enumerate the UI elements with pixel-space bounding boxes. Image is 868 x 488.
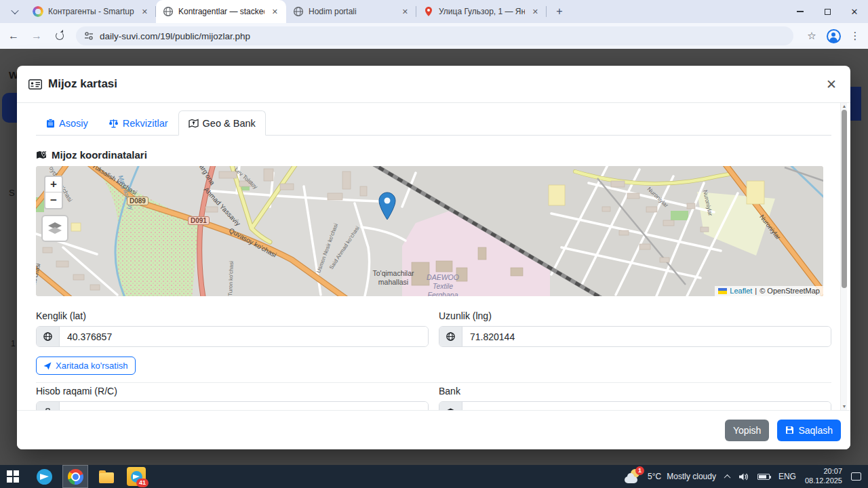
show-on-map-button[interactable]: Xaritada ko'rsatish: [36, 357, 136, 375]
tab-close-icon[interactable]: ✕: [269, 7, 281, 17]
page-number-fragment: 1: [11, 339, 16, 348]
globe-favicon: [163, 6, 174, 17]
speaker-icon[interactable]: [738, 472, 749, 481]
windows-taskbar: 41 1 5°C Mostly cloudy ENG 20:07 08.12.2…: [0, 465, 868, 488]
scroll-up-arrow[interactable]: ▲: [841, 103, 848, 110]
new-tab-button[interactable]: +: [551, 3, 568, 20]
clock-date: 08.12.2025: [805, 476, 842, 486]
bank-label: Bank: [439, 386, 831, 396]
start-button[interactable]: [0, 465, 26, 488]
taskbar-file-explorer[interactable]: [94, 465, 119, 488]
browser-tab-4[interactable]: Улица Гульзор, 1 — Яндекс Ка ✕: [416, 0, 547, 23]
browser-toolbar: ← → daily-suvi.com/19l/public/mijozlar.p…: [0, 23, 868, 49]
reload-icon: [56, 32, 64, 40]
green-patch: [671, 211, 688, 220]
road-ref-badge: D089: [127, 197, 149, 205]
address-bar[interactable]: daily-suvi.com/19l/public/mijozlar.php: [76, 26, 793, 45]
taskbar-weather[interactable]: 1 5°C Mostly cloudy: [625, 469, 716, 484]
tab-asosiy[interactable]: Asosiy: [36, 110, 98, 136]
browser-tab-2-active[interactable]: Kontragentlar — stacked moda ✕: [156, 0, 286, 23]
zoom-in-button[interactable]: +: [45, 177, 62, 192]
window-close-button[interactable]: ✕: [841, 0, 868, 23]
weather-temp: 5°C: [648, 472, 661, 481]
url-text: daily-suvi.com/19l/public/mijozlar.php: [100, 31, 250, 41]
leaflet-link[interactable]: Leaflet: [730, 287, 752, 295]
browser-menu-button[interactable]: ⋮: [846, 27, 864, 45]
tab-close-icon[interactable]: ✕: [139, 7, 151, 17]
tab-title: Контрагенты - Smartup: [48, 7, 134, 16]
bookmark-star-button[interactable]: ☆: [803, 27, 821, 45]
folder-icon: [99, 472, 114, 483]
lat-label: Kenglik (lat): [36, 310, 429, 321]
modal-close-button[interactable]: ✕: [826, 78, 837, 91]
modal-header: Mijoz kartasi ✕: [17, 66, 850, 103]
account-input[interactable]: [60, 402, 428, 410]
osm-link[interactable]: © OpenStreetMap: [760, 287, 820, 295]
browser-tab-1[interactable]: Контрагенты - Smartup ✕: [26, 0, 156, 23]
save-floppy-icon: [785, 426, 794, 434]
attribution-separator: |: [755, 287, 757, 295]
modal-scrollbar[interactable]: ▲ ▼: [840, 103, 847, 410]
action-center-icon[interactable]: [851, 472, 861, 481]
page-label-fragment: S: [9, 188, 15, 198]
bank-input[interactable]: [462, 402, 831, 410]
map-canvas: ko'chasi oydek ko'chasi Marg'ilon-soy Yu…: [36, 166, 823, 296]
lng-input[interactable]: [462, 327, 831, 346]
clock-time: 20:07: [805, 467, 842, 476]
ukraine-flag-icon: [718, 288, 727, 294]
coordinates-row: Kenglik (lat) Uzunlik (lng): [36, 310, 831, 347]
district-label: To'qimachilar: [373, 269, 414, 277]
scroll-down-arrow[interactable]: ▼: [841, 403, 848, 410]
map-layers-control[interactable]: [41, 215, 68, 242]
tab-rekvizitlar[interactable]: Rekvizitlar: [98, 110, 178, 136]
tab-close-icon[interactable]: ✕: [530, 7, 541, 17]
forward-button[interactable]: →: [27, 26, 46, 45]
windows-logo-icon: [7, 470, 19, 483]
map-marker[interactable]: [378, 192, 396, 223]
taskbar-clock[interactable]: 20:07 08.12.2025: [805, 467, 842, 486]
industrial-label: DAEWOO: [427, 273, 459, 281]
tab-title: Hodim portali: [309, 7, 395, 16]
reload-button[interactable]: [50, 26, 69, 45]
tab-label: Asosiy: [59, 118, 88, 129]
window-minimize-button[interactable]: [787, 0, 814, 23]
tab-geo-bank[interactable]: Geo & Bank: [178, 110, 266, 136]
tray-expand-icon[interactable]: [724, 474, 730, 481]
minimize-icon: [797, 11, 804, 12]
location-arrow-icon: [43, 362, 52, 370]
save-button-label: Saqlash: [798, 425, 833, 436]
save-button[interactable]: Saqlash: [777, 420, 841, 441]
modal-footer: Yopish Saqlash: [17, 410, 850, 449]
scrollbar-thumb[interactable]: [842, 110, 847, 288]
window-controls: ✕: [787, 0, 868, 23]
browser-tab-3[interactable]: Hodim portali ✕: [286, 0, 416, 23]
tab-close-icon[interactable]: ✕: [399, 7, 411, 17]
tab-search-button[interactable]: [5, 3, 24, 20]
leaflet-map[interactable]: ko'chasi oydek ko'chasi Marg'ilon-soy Yu…: [36, 166, 823, 296]
taskbar-telegram[interactable]: [31, 465, 57, 488]
battery-icon[interactable]: [757, 474, 770, 480]
site-settings-icon[interactable]: [84, 31, 94, 41]
customer-card-modal: Mijoz kartasi ✕ Asosiy Rekvizitlar Geo &…: [17, 66, 850, 449]
lng-input-group: [439, 326, 831, 347]
language-indicator[interactable]: ENG: [778, 472, 796, 481]
lat-input[interactable]: [60, 327, 428, 346]
close-modal-button[interactable]: Yopish: [725, 420, 770, 441]
zoom-out-button[interactable]: −: [45, 192, 62, 208]
balance-scale-icon: [108, 119, 119, 128]
modal-title: Mijoz kartasi: [48, 77, 117, 91]
map-icon: [189, 119, 199, 128]
modal-tab-nav: Asosiy Rekvizitlar Geo & Bank: [36, 110, 831, 136]
layers-icon: [47, 222, 62, 235]
back-button[interactable]: ←: [4, 26, 23, 45]
road-ref-badge: D091: [188, 216, 210, 225]
industrial-label: Ferghana: [428, 291, 458, 296]
taskbar-chrome-active[interactable]: [62, 465, 88, 488]
chevron-down-icon: [11, 7, 18, 14]
notification-badge: 41: [136, 479, 149, 487]
window-restore-button[interactable]: [814, 0, 841, 23]
taskbar-telegram-portable[interactable]: 41: [123, 465, 149, 488]
telegram-icon: [37, 469, 52, 485]
yellow-app-tile-icon: 41: [127, 467, 146, 486]
profile-avatar-button[interactable]: [825, 27, 842, 45]
